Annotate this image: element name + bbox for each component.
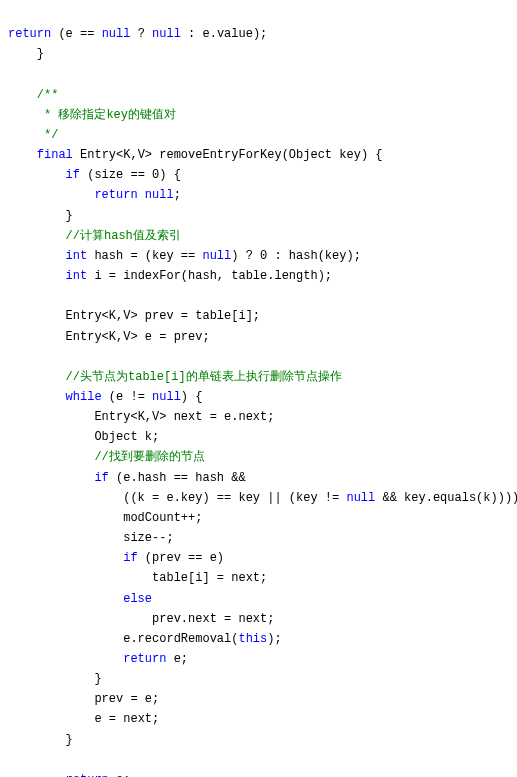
code-line: return null;	[8, 185, 517, 205]
keyword: this	[238, 632, 267, 646]
code-line: if (prev == e)	[8, 548, 517, 568]
code-text: ) ? 0 : hash(key);	[231, 249, 361, 263]
code-line: }	[8, 206, 517, 226]
keyword: if	[66, 168, 80, 182]
code-line: */	[8, 125, 517, 145]
code-text: }	[66, 209, 73, 223]
code-text: modCount++;	[123, 511, 202, 525]
code-text	[8, 753, 15, 767]
code-text: Object k;	[94, 430, 159, 444]
keyword: return	[123, 652, 166, 666]
code-line: Object k;	[8, 427, 517, 447]
code-line: return (e == null ? null : e.value);	[8, 24, 517, 44]
code-text: e;	[166, 652, 188, 666]
code-line	[8, 64, 517, 84]
code-line: e.recordRemoval(this);	[8, 629, 517, 649]
code-line: if (size == 0) {	[8, 165, 517, 185]
keyword: null	[152, 27, 181, 41]
code-text: Entry<K,V> prev = table[i];	[66, 309, 260, 323]
code-line: return e;	[8, 770, 517, 777]
code-text: }	[94, 672, 101, 686]
keyword: null	[145, 188, 174, 202]
code-line	[8, 286, 517, 306]
code-line: ((k = e.key) == key || (key != null && k…	[8, 488, 517, 508]
code-text: }	[37, 47, 44, 61]
code-line	[8, 347, 517, 367]
code-line: Entry<K,V> e = prev;	[8, 327, 517, 347]
code-text: ?	[130, 27, 152, 41]
code-text: i = indexFor(hash, table.length);	[87, 269, 332, 283]
code-text: (e ==	[51, 27, 101, 41]
code-text	[138, 188, 145, 202]
code-text: table[i] = next;	[152, 571, 267, 585]
code-line: if (e.hash == hash &&	[8, 468, 517, 488]
code-text: prev = e;	[94, 692, 159, 706]
code-text: size--;	[123, 531, 173, 545]
comment: //头节点为table[i]的单链表上执行删除节点操作	[66, 370, 342, 384]
code-text: (e !=	[102, 390, 152, 404]
keyword: while	[66, 390, 102, 404]
keyword: null	[202, 249, 231, 263]
keyword: int	[66, 269, 88, 283]
keyword: else	[123, 592, 152, 606]
code-line: size--;	[8, 528, 517, 548]
code-text: && key.equals(k)))) {	[375, 491, 517, 505]
comment: /**	[37, 88, 59, 102]
keyword: final	[37, 148, 73, 162]
code-line: }	[8, 44, 517, 64]
keyword: null	[152, 390, 181, 404]
keyword: return	[8, 27, 51, 41]
code-line: while (e != null) {	[8, 387, 517, 407]
code-line: /**	[8, 85, 517, 105]
code-text: Entry<K,V> next = e.next;	[94, 410, 274, 424]
keyword: null	[346, 491, 375, 505]
code-line: else	[8, 589, 517, 609]
code-line: modCount++;	[8, 508, 517, 528]
code-text: ;	[174, 188, 181, 202]
code-text: e;	[109, 773, 131, 777]
keyword: if	[94, 471, 108, 485]
code-text: ((k = e.key) == key || (key !=	[123, 491, 346, 505]
comment: //计算hash值及索引	[66, 229, 181, 243]
code-text	[8, 289, 15, 303]
code-line: return e;	[8, 649, 517, 669]
code-text: ) {	[181, 390, 203, 404]
code-line: * 移除指定key的键值对	[8, 105, 517, 125]
code-line: }	[8, 669, 517, 689]
code-line: e = next;	[8, 709, 517, 729]
code-line: final Entry<K,V> removeEntryForKey(Objec…	[8, 145, 517, 165]
code-line: prev.next = next;	[8, 609, 517, 629]
comment: * 移除指定key的键值对	[37, 108, 176, 122]
comment: */	[37, 128, 59, 142]
code-text: e = next;	[94, 712, 159, 726]
code-line: //计算hash值及索引	[8, 226, 517, 246]
code-line: //头节点为table[i]的单链表上执行删除节点操作	[8, 367, 517, 387]
code-line	[8, 750, 517, 770]
code-line: int hash = (key == null) ? 0 : hash(key)…	[8, 246, 517, 266]
code-line: int i = indexFor(hash, table.length);	[8, 266, 517, 286]
code-text: (size == 0) {	[80, 168, 181, 182]
code-line: Entry<K,V> next = e.next;	[8, 407, 517, 427]
code-line: //找到要删除的节点	[8, 447, 517, 467]
code-block: return (e == null ? null : e.value); } /…	[8, 24, 517, 777]
code-text	[8, 350, 15, 364]
code-text: }	[66, 733, 73, 747]
code-line: }	[8, 730, 517, 750]
code-text: );	[267, 632, 281, 646]
comment: //找到要删除的节点	[94, 450, 204, 464]
keyword: return	[66, 773, 109, 777]
keyword: if	[123, 551, 137, 565]
code-text: prev.next = next;	[152, 612, 274, 626]
code-line: table[i] = next;	[8, 568, 517, 588]
code-text: hash = (key ==	[87, 249, 202, 263]
code-text: e.recordRemoval(	[123, 632, 238, 646]
keyword: null	[102, 27, 131, 41]
code-text: Entry<K,V> removeEntryForKey(Object key)…	[73, 148, 383, 162]
code-line: prev = e;	[8, 689, 517, 709]
code-text: (prev == e)	[138, 551, 224, 565]
keyword: return	[94, 188, 137, 202]
code-line: Entry<K,V> prev = table[i];	[8, 306, 517, 326]
code-text: Entry<K,V> e = prev;	[66, 330, 210, 344]
code-text: (e.hash == hash &&	[109, 471, 246, 485]
code-text	[8, 67, 15, 81]
